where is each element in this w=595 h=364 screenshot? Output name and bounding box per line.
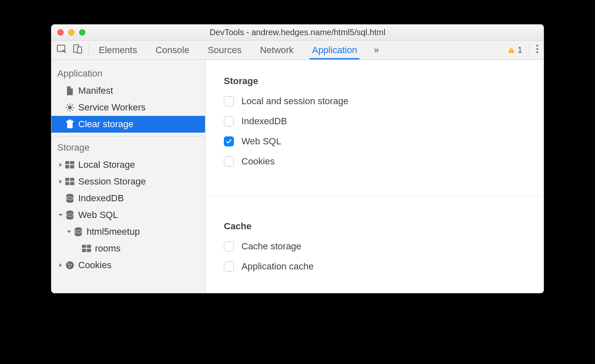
svg-rect-36: [82, 249, 86, 252]
sidebar-item-local-storage[interactable]: Local Storage: [51, 156, 205, 173]
tree-item-label: Manifest: [78, 85, 113, 96]
check-app-cache-row: Application cache: [224, 261, 525, 272]
db-icon: [72, 227, 84, 236]
tab-application[interactable]: Application: [312, 41, 357, 59]
check-indexeddb-row: IndexedDB: [224, 116, 525, 127]
tabs-overflow-button[interactable]: »: [374, 41, 379, 59]
inspect-element-icon[interactable]: [56, 44, 67, 56]
tab-network[interactable]: Network: [260, 41, 294, 59]
svg-line-10: [72, 110, 73, 111]
chevron-right-icon: [57, 179, 64, 184]
svg-rect-20: [65, 161, 69, 164]
svg-line-16: [72, 105, 73, 106]
sidebar-item-session-storage[interactable]: Session Storage: [51, 173, 205, 190]
devtools-window: DevTools - andrew.hedges.name/html5/sql.…: [51, 24, 544, 293]
check-cache-storage-row: Cache storage: [224, 241, 525, 252]
check-websql-row: Web SQL: [224, 136, 525, 147]
window-title: DevTools - andrew.hedges.name/html5/sql.…: [51, 28, 544, 37]
svg-point-40: [70, 264, 72, 266]
close-window-button[interactable]: [57, 29, 64, 36]
chevron-right-icon: [57, 163, 64, 167]
svg-rect-3: [511, 49, 512, 51]
sidebar-item-clear-storage[interactable]: Clear storage: [51, 116, 205, 133]
svg-point-39: [68, 264, 69, 265]
titlebar: DevTools - andrew.hedges.name/html5/sql.…: [51, 25, 544, 41]
sidebar-item-service-workers[interactable]: Service Workers: [51, 99, 205, 116]
check-cache-storage-label: Cache storage: [241, 241, 301, 252]
db-icon: [64, 210, 76, 220]
grid-icon: [81, 245, 92, 252]
svg-rect-23: [70, 165, 74, 168]
check-cookies-label: Cookies: [241, 156, 274, 167]
tree-item-label: Session Storage: [78, 176, 146, 187]
svg-rect-24: [65, 178, 69, 181]
application-sidebar: ApplicationManifestService WorkersClear …: [51, 60, 205, 293]
svg-rect-37: [87, 249, 91, 252]
check-local-session-row: Local and session storage: [224, 96, 525, 107]
svg-rect-21: [70, 161, 74, 164]
svg-rect-19: [69, 120, 71, 121]
svg-point-8: [68, 106, 71, 109]
chevron-right-icon: [57, 263, 64, 267]
main-panel: StorageLocal and session storageIndexedD…: [205, 60, 544, 293]
check-app-cache[interactable]: [224, 261, 234, 272]
svg-rect-27: [70, 182, 74, 185]
svg-point-5: [536, 45, 538, 46]
chevron-down-icon: [66, 230, 72, 234]
tree-item-label: Clear storage: [78, 119, 133, 130]
gear-icon: [64, 103, 76, 112]
sidebar-section-application: Application: [51, 66, 205, 82]
check-indexeddb-label: IndexedDB: [241, 116, 287, 127]
zoom-window-button[interactable]: [79, 29, 85, 36]
sidebar-item-cookies[interactable]: Cookies: [51, 257, 205, 274]
check-indexeddb[interactable]: [224, 116, 234, 126]
svg-rect-2: [77, 47, 82, 53]
cookie-icon: [64, 261, 76, 270]
tree-item-label: Web SQL: [78, 210, 118, 220]
chevron-down-icon: [57, 213, 64, 217]
kebab-menu-icon[interactable]: [536, 44, 539, 56]
tab-console[interactable]: Console: [156, 41, 190, 59]
panel-heading-storage: Storage: [224, 76, 525, 87]
file-icon: [64, 86, 76, 95]
svg-line-12: [67, 110, 68, 111]
devtools-tabbar: ElementsConsoleSourcesNetworkApplication…: [51, 41, 544, 60]
tab-elements[interactable]: Elements: [99, 41, 137, 59]
tree-item-label: Local Storage: [78, 159, 135, 170]
svg-rect-4: [511, 51, 512, 52]
warnings-badge[interactable]: 1: [508, 45, 522, 55]
svg-rect-26: [65, 182, 69, 185]
check-websql[interactable]: [224, 136, 234, 146]
device-toolbar-icon[interactable]: [72, 44, 82, 56]
separator: [88, 45, 89, 56]
svg-rect-22: [65, 165, 69, 168]
check-cookies[interactable]: [224, 156, 234, 167]
separator: [529, 45, 529, 56]
panel-heading-cache: Cache: [224, 221, 525, 232]
db-icon: [64, 194, 76, 203]
warnings-count: 1: [518, 45, 522, 55]
svg-point-38: [66, 261, 74, 269]
sidebar-section-storage: Storage: [51, 140, 205, 156]
sidebar-item-manifest[interactable]: Manifest: [51, 82, 205, 99]
check-cookies-row: Cookies: [224, 156, 525, 167]
svg-rect-35: [87, 245, 91, 248]
trash-icon: [64, 120, 76, 129]
sidebar-item-web-sql[interactable]: Web SQL: [51, 207, 205, 223]
check-websql-label: Web SQL: [241, 136, 281, 147]
svg-rect-34: [82, 245, 86, 248]
check-local-session[interactable]: [224, 96, 234, 106]
check-cache-storage[interactable]: [224, 241, 234, 251]
check-local-session-label: Local and session storage: [241, 96, 349, 107]
tree-item-label: Cookies: [78, 260, 111, 271]
tree-item-label: rooms: [95, 243, 121, 254]
minimize-window-button[interactable]: [68, 29, 74, 36]
tree-item-label: html5meetup: [87, 226, 140, 237]
check-app-cache-label: Application cache: [241, 261, 313, 272]
grid-icon: [64, 161, 76, 169]
sidebar-item-indexeddb[interactable]: IndexedDB: [51, 190, 205, 207]
tab-sources[interactable]: Sources: [208, 41, 241, 59]
sidebar-item-rooms[interactable]: rooms: [51, 240, 205, 257]
sidebar-item-html5meetup[interactable]: html5meetup: [51, 223, 205, 240]
grid-icon: [64, 178, 76, 185]
